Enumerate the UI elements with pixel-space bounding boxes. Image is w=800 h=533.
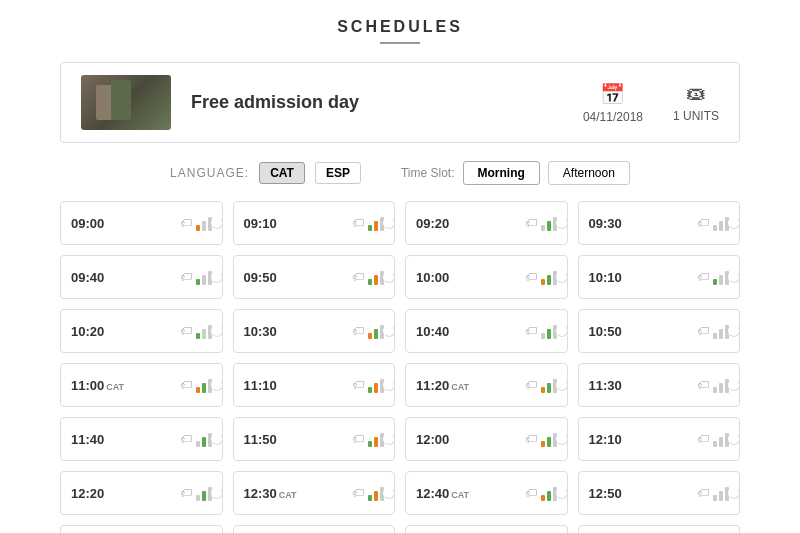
lang-cat-button[interactable]: CAT bbox=[259, 162, 305, 184]
ticket-slot[interactable]: 09:20🏷 bbox=[405, 201, 568, 245]
bar-2 bbox=[374, 383, 378, 393]
bar-1 bbox=[541, 495, 545, 501]
availability-bars bbox=[368, 215, 384, 231]
ticket-slot[interactable]: 10:00🏷 bbox=[405, 255, 568, 299]
bar-3 bbox=[380, 433, 384, 447]
ticket-time: 09:10 bbox=[244, 216, 277, 231]
ticket-slot[interactable]: 10:30🏷 bbox=[233, 309, 396, 353]
ticket-time: 09:50 bbox=[244, 270, 277, 285]
bar-3 bbox=[725, 433, 729, 447]
availability-bars bbox=[196, 377, 212, 393]
ticket-slot[interactable]: 12:10🏷 bbox=[578, 417, 741, 461]
availability-bars bbox=[368, 485, 384, 501]
ticket-slot[interactable]: 10:10🏷 bbox=[578, 255, 741, 299]
ticket-icon: 🎟 bbox=[686, 82, 706, 105]
tag-icon: 🏷 bbox=[525, 486, 537, 500]
bar-3 bbox=[380, 379, 384, 393]
tag-icon: 🏷 bbox=[352, 378, 364, 392]
ticket-time: 11:10 bbox=[244, 378, 277, 393]
ticket-time: 09:30 bbox=[589, 216, 622, 231]
bar-2 bbox=[719, 383, 723, 393]
ticket-time: 10:10 bbox=[589, 270, 622, 285]
ticket-slot[interactable]: 13:20🏷 bbox=[405, 525, 568, 533]
ticket-slot[interactable]: 12:30CAT🏷 bbox=[233, 471, 396, 515]
bar-1 bbox=[196, 441, 200, 447]
filters-bar: LANGUAGE: CAT ESP Time Slot: Morning Aft… bbox=[0, 161, 800, 185]
ticket-slot[interactable]: 10:50🏷 bbox=[578, 309, 741, 353]
bar-2 bbox=[202, 275, 206, 285]
tag-icon: 🏷 bbox=[525, 432, 537, 446]
tag-icon: 🏷 bbox=[352, 432, 364, 446]
bar-1 bbox=[713, 495, 717, 501]
bar-1 bbox=[541, 279, 545, 285]
ticket-slot[interactable]: 11:30🏷 bbox=[578, 363, 741, 407]
tag-icon: 🏷 bbox=[180, 432, 192, 446]
event-name: Free admission day bbox=[191, 92, 563, 113]
tag-icon: 🏷 bbox=[352, 486, 364, 500]
ticket-slot[interactable]: 12:40CAT🏷 bbox=[405, 471, 568, 515]
bar-3 bbox=[208, 433, 212, 447]
ticket-slot[interactable]: 09:40🏷 bbox=[60, 255, 223, 299]
ticket-icons: 🏷 bbox=[180, 323, 212, 339]
ticket-time: 09:40 bbox=[71, 270, 104, 285]
ticket-slot[interactable]: 11:00CAT🏷 bbox=[60, 363, 223, 407]
ticket-slot[interactable]: 13:00ESP🏷 bbox=[60, 525, 223, 533]
ticket-icons: 🏷 bbox=[180, 269, 212, 285]
ticket-slot[interactable]: 09:30🏷 bbox=[578, 201, 741, 245]
bar-1 bbox=[368, 225, 372, 231]
bar-3 bbox=[208, 217, 212, 231]
ticket-slot[interactable]: 09:10🏷 bbox=[233, 201, 396, 245]
bar-3 bbox=[380, 487, 384, 501]
ticket-time: 10:30 bbox=[244, 324, 277, 339]
ticket-time: 11:40 bbox=[71, 432, 104, 447]
ticket-icons: 🏷 bbox=[180, 431, 212, 447]
ticket-slot[interactable]: 13:10🏷 bbox=[233, 525, 396, 533]
ticket-slot[interactable]: 11:20CAT🏷 bbox=[405, 363, 568, 407]
bar-1 bbox=[196, 333, 200, 339]
ticket-time: 09:20 bbox=[416, 216, 449, 231]
ticket-slot[interactable]: 12:00🏷 bbox=[405, 417, 568, 461]
timeslot-morning-button[interactable]: Morning bbox=[463, 161, 540, 185]
ticket-slot[interactable]: 09:50🏷 bbox=[233, 255, 396, 299]
ticket-slot[interactable]: 13:30🏷 bbox=[578, 525, 741, 533]
ticket-slot[interactable]: 12:20🏷 bbox=[60, 471, 223, 515]
ticket-icons: 🏷 bbox=[525, 485, 557, 501]
bar-3 bbox=[380, 217, 384, 231]
bar-1 bbox=[196, 387, 200, 393]
bar-1 bbox=[368, 387, 372, 393]
title-divider bbox=[380, 42, 420, 44]
bar-2 bbox=[374, 491, 378, 501]
ticket-time: 11:50 bbox=[244, 432, 277, 447]
availability-bars bbox=[196, 215, 212, 231]
ticket-slot[interactable]: 10:40🏷 bbox=[405, 309, 568, 353]
ticket-slot[interactable]: 12:50🏷 bbox=[578, 471, 741, 515]
event-units: 🎟 1 UNITS bbox=[673, 82, 719, 123]
ticket-slot[interactable]: 10:20🏷 bbox=[60, 309, 223, 353]
availability-bars bbox=[713, 431, 729, 447]
bar-2 bbox=[547, 329, 551, 339]
tag-icon: 🏷 bbox=[697, 216, 709, 230]
bar-1 bbox=[368, 333, 372, 339]
bar-3 bbox=[725, 325, 729, 339]
lang-esp-button[interactable]: ESP bbox=[315, 162, 361, 184]
availability-bars bbox=[541, 485, 557, 501]
bar-1 bbox=[713, 387, 717, 393]
timeslot-filter: Time Slot: Morning Afternoon bbox=[401, 161, 630, 185]
ticket-slot[interactable]: 11:40🏷 bbox=[60, 417, 223, 461]
timeslot-afternoon-button[interactable]: Afternoon bbox=[548, 161, 630, 185]
ticket-slot[interactable]: 09:00🏷 bbox=[60, 201, 223, 245]
availability-bars bbox=[196, 485, 212, 501]
tag-icon: 🏷 bbox=[180, 378, 192, 392]
bar-2 bbox=[719, 329, 723, 339]
tag-icon: 🏷 bbox=[180, 324, 192, 338]
bar-3 bbox=[208, 487, 212, 501]
availability-bars bbox=[713, 215, 729, 231]
ticket-time: 12:20 bbox=[71, 486, 104, 501]
bar-2 bbox=[202, 383, 206, 393]
ticket-slot[interactable]: 11:10🏷 bbox=[233, 363, 396, 407]
ticket-slot[interactable]: 11:50🏷 bbox=[233, 417, 396, 461]
ticket-lang-tag: CAT bbox=[451, 382, 469, 392]
ticket-time: 11:00CAT bbox=[71, 378, 124, 393]
ticket-time: 10:50 bbox=[589, 324, 622, 339]
bar-3 bbox=[553, 487, 557, 501]
